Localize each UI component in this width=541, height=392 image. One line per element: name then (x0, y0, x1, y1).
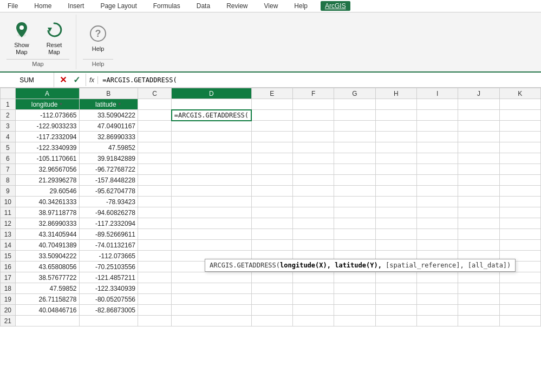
cell-e4[interactable] (251, 132, 292, 142)
formula-input[interactable] (98, 76, 541, 84)
cell-b7[interactable]: -96.72768722 (79, 164, 138, 175)
cell-c15[interactable] (138, 251, 172, 262)
cell-i9[interactable] (417, 186, 458, 197)
cell-k14[interactable] (499, 240, 540, 251)
col-header-k[interactable]: K (499, 88, 540, 99)
cell-f17[interactable] (292, 272, 334, 283)
cell-h8[interactable] (375, 175, 416, 186)
cell-i20[interactable] (417, 305, 458, 316)
cell-k21[interactable] (499, 316, 540, 326)
menu-file[interactable]: File (4, 1, 21, 11)
cell-i7[interactable] (417, 164, 458, 175)
cell-b11[interactable]: -94.60826278 (79, 207, 138, 218)
cell-b4[interactable]: 32.86990333 (79, 132, 138, 142)
cell-d17[interactable] (172, 272, 251, 283)
cell-e9[interactable] (251, 186, 292, 197)
cell-e6[interactable] (251, 153, 292, 164)
cell-a11[interactable]: 38.97118778 (15, 207, 79, 218)
cell-i10[interactable] (417, 197, 458, 207)
cell-i8[interactable] (417, 175, 458, 186)
cell-h17[interactable] (375, 272, 416, 283)
cell-e19[interactable] (251, 294, 292, 305)
cell-f8[interactable] (292, 175, 334, 186)
cell-a4[interactable]: -117.2332094 (15, 132, 79, 142)
cell-g10[interactable] (334, 197, 375, 207)
cell-b20[interactable]: -82.86873005 (79, 305, 138, 316)
col-header-b[interactable]: B (79, 88, 138, 99)
cell-b16[interactable]: -70.25103556 (79, 262, 138, 272)
cell-g5[interactable] (334, 142, 375, 153)
cell-g19[interactable] (334, 294, 375, 305)
cell-a2[interactable]: -112.073665 (15, 110, 79, 121)
cell-b2[interactable]: 33.50904222 (79, 110, 138, 121)
cell-k9[interactable] (499, 186, 540, 197)
cell-g9[interactable] (334, 186, 375, 197)
cell-a17[interactable]: 38.57677722 (15, 272, 79, 283)
cell-i13[interactable] (417, 229, 458, 240)
cell-g20[interactable] (334, 305, 375, 316)
cell-a19[interactable]: 26.71158278 (15, 294, 79, 305)
cell-a13[interactable]: 43.31405944 (15, 229, 79, 240)
cell-j19[interactable] (458, 294, 499, 305)
menu-data[interactable]: Data (193, 1, 213, 11)
longitude-dropdown-icon[interactable]: ▼ (59, 102, 63, 107)
cell-e10[interactable] (251, 197, 292, 207)
cell-h3[interactable] (375, 121, 416, 132)
cell-k18[interactable] (499, 283, 540, 294)
cell-f18[interactable] (292, 283, 334, 294)
cell-a12[interactable]: 32.86990333 (15, 218, 79, 229)
cell-k12[interactable] (499, 218, 540, 229)
cell-f21[interactable] (292, 316, 334, 326)
col-header-h[interactable]: H (375, 88, 416, 99)
cell-e2[interactable] (251, 110, 292, 121)
cell-d14[interactable] (172, 240, 251, 251)
cell-k20[interactable] (499, 305, 540, 316)
cell-k19[interactable] (499, 294, 540, 305)
cell-c6[interactable] (138, 153, 172, 164)
cell-d18[interactable] (172, 283, 251, 294)
cell-a3[interactable]: -122.9033233 (15, 121, 79, 132)
cell-f10[interactable] (292, 197, 334, 207)
cell-g12[interactable] (334, 218, 375, 229)
col-header-f[interactable]: F (292, 88, 334, 99)
cell-a7[interactable]: 32.96567056 (15, 164, 79, 175)
cell-f14[interactable] (292, 240, 334, 251)
cell-h1[interactable] (375, 99, 416, 110)
reset-map-button[interactable]: ResetMap (39, 17, 69, 58)
cell-d5[interactable] (172, 142, 251, 153)
cell-f5[interactable] (292, 142, 334, 153)
cell-d12[interactable] (172, 218, 251, 229)
col-header-i[interactable]: I (417, 88, 458, 99)
cell-i5[interactable] (417, 142, 458, 153)
menu-review[interactable]: Review (223, 1, 251, 11)
cell-j20[interactable] (458, 305, 499, 316)
cell-c19[interactable] (138, 294, 172, 305)
confirm-formula-icon[interactable]: ✓ (71, 74, 82, 86)
cell-i18[interactable] (417, 283, 458, 294)
cell-d19[interactable] (172, 294, 251, 305)
cell-b17[interactable]: -121.4857211 (79, 272, 138, 283)
cell-i4[interactable] (417, 132, 458, 142)
cell-f19[interactable] (292, 294, 334, 305)
cell-j6[interactable] (458, 153, 499, 164)
cell-g11[interactable] (334, 207, 375, 218)
cell-a20[interactable]: 40.04846716 (15, 305, 79, 316)
cell-j18[interactable] (458, 283, 499, 294)
cell-f4[interactable] (292, 132, 334, 142)
cell-j9[interactable] (458, 186, 499, 197)
cell-h2[interactable] (375, 110, 416, 121)
cell-k17[interactable] (499, 272, 540, 283)
menu-arcgis[interactable]: ArcGIS (321, 1, 350, 11)
name-box[interactable] (0, 73, 54, 87)
cell-b9[interactable]: -95.62704778 (79, 186, 138, 197)
cell-e12[interactable] (251, 218, 292, 229)
cell-g17[interactable] (334, 272, 375, 283)
cell-c1[interactable] (138, 99, 172, 110)
cell-g8[interactable] (334, 175, 375, 186)
cell-g14[interactable] (334, 240, 375, 251)
cell-c21[interactable] (138, 316, 172, 326)
cell-d10[interactable] (172, 197, 251, 207)
cell-h13[interactable] (375, 229, 416, 240)
cell-j5[interactable] (458, 142, 499, 153)
cell-g4[interactable] (334, 132, 375, 142)
